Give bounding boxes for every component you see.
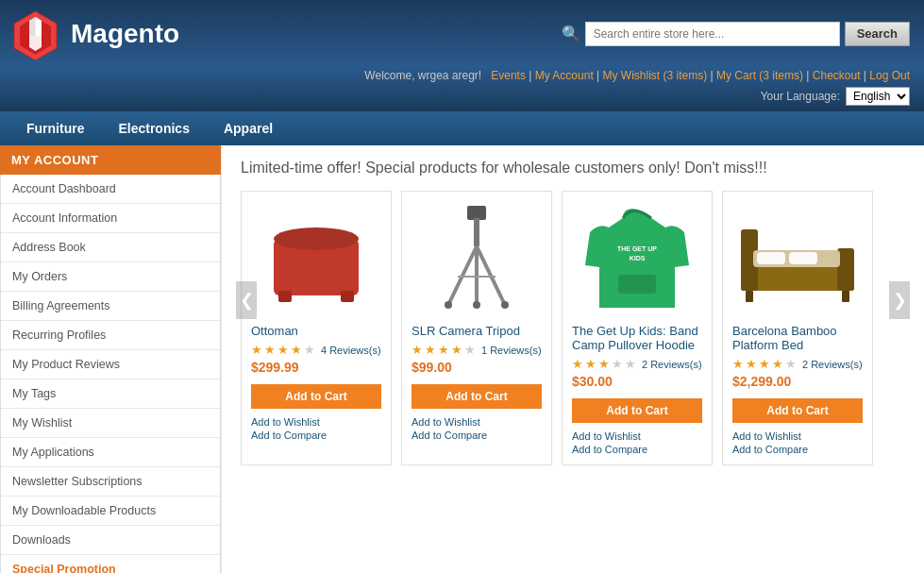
sidebar-item-special-promotion[interactable]: Special Promotion [1,555,220,573]
sidebar-item-account-information[interactable]: Account Information [1,204,220,232]
sidebar-menu: Account Dashboard Account Information Ad… [0,175,221,573]
svg-rect-18 [618,275,656,294]
product-price: $299.99 [251,360,381,375]
hoodie-svg: THE GET UP KIDS [580,199,694,317]
sidebar-item-recurring-profiles[interactable]: Recurring Profiles [1,321,220,349]
reviews-link[interactable]: 1 Reviews(s) [481,345,542,356]
search-input[interactable] [585,22,840,46]
reviews-link[interactable]: 4 Reviews(s) [321,345,381,356]
nav-item-electronics[interactable]: Electronics [101,111,206,145]
search-area: 🔍 Search [562,22,910,46]
sidebar-item-newsletter[interactable]: Newsletter Subscriptions [1,467,220,496]
svg-rect-9 [467,206,486,220]
list-item: Billing Agreements [1,292,220,321]
my-account-link[interactable]: My Account [535,69,594,82]
product-stars: ★ ★ ★ ★ ★ 2 Reviews(s) [572,357,702,371]
add-to-cart-button[interactable]: Add to Cart [572,398,702,423]
list-item: Address Book [1,233,220,262]
add-to-compare-link[interactable]: Add to Compare [572,444,702,455]
next-arrow[interactable]: ❯ [889,281,910,319]
list-item: My Orders [1,262,220,292]
nav-item-apparel[interactable]: Apparel [207,111,290,145]
product-image-tripod [415,201,538,314]
product-image-bed [736,201,859,314]
main-nav: Furniture Electronics Apparel [0,111,924,145]
logo-text: Magento [71,19,179,49]
sidebar-item-address-book[interactable]: Address Book [1,233,220,261]
sidebar-item-downloadable-products[interactable]: My Downloadable Products [1,497,220,525]
sidebar-item-my-orders[interactable]: My Orders [1,262,220,291]
list-item: My Tags [1,379,220,409]
svg-rect-27 [746,291,753,302]
add-to-cart-button[interactable]: Add to Cart [251,384,381,409]
svg-point-15 [473,301,480,309]
logout-link[interactable]: Log Out [869,69,910,82]
sidebar-item-my-tags[interactable]: My Tags [1,379,220,408]
product-stars: ★ ★ ★ ★ ★ 2 Reviews(s) [732,357,863,371]
sidebar-item-billing-agreements[interactable]: Billing Agreements [1,292,220,320]
add-to-wishlist-link[interactable]: Add to Wishlist [572,430,702,442]
checkout-link[interactable]: Checkout [813,69,861,82]
sidebar-item-account-dashboard[interactable]: Account Dashboard [1,175,220,203]
product-stars: ★ ★ ★ ★ ★ 4 Reviews(s) [251,343,381,357]
language-select[interactable]: English [846,87,910,106]
sidebar-item-my-wishlist[interactable]: My Wishlist [1,409,220,437]
product-name: Barcelona Bamboo Platform Bed [732,324,863,352]
promo-banner: Limited-time offer! Special products for… [241,160,905,177]
events-link[interactable]: Events [491,69,526,82]
products-wrapper: ❮ Ottoman ★ ★ [241,191,905,465]
sidebar-item-product-reviews[interactable]: My Product Reviews [1,350,220,379]
reviews-link[interactable]: 2 Reviews(s) [642,359,702,370]
list-item: My Downloadable Products [1,497,220,526]
product-image-hoodie: THE GET UP KIDS [576,201,698,314]
add-to-wishlist-link[interactable]: Add to Wishlist [251,416,381,428]
list-item: Newsletter Subscriptions [1,467,220,497]
list-item: Recurring Profiles [1,321,220,350]
bed-svg [736,211,859,305]
add-to-cart-button[interactable]: Add to Cart [412,384,542,409]
welcome-text: Welcome, wrgea aregr! [364,69,481,82]
search-icon: 🔍 [562,25,580,42]
product-card-ottoman: Ottoman ★ ★ ★ ★ ★ 4 Reviews(s) $299.99 A… [241,191,392,465]
header: Magento 🔍 Search Welcome, wrgea aregr! E… [0,0,924,111]
product-links: Add to Wishlist Add to Compare [412,416,542,441]
header-middle: Welcome, wrgea aregr! Events | My Accoun… [0,67,924,84]
language-label: Your Language: [761,90,840,103]
list-item: My Applications [1,438,220,467]
reviews-link[interactable]: 2 Reviews(s) [802,359,863,370]
product-stars: ★ ★ ★ ★ ★ 1 Reviews(s) [412,343,542,357]
product-card-bed: Barcelona Bamboo Platform Bed ★ ★ ★ ★ ★ … [722,191,873,465]
add-to-cart-button[interactable]: Add to Cart [732,398,863,423]
add-to-compare-link[interactable]: Add to Compare [412,430,542,441]
add-to-compare-link[interactable]: Add to Compare [251,430,381,441]
add-to-wishlist-link[interactable]: Add to Wishlist [412,416,542,428]
product-price: $30.00 [572,374,702,389]
product-links: Add to Wishlist Add to Compare [251,416,381,441]
add-to-wishlist-link[interactable]: Add to Wishlist [732,430,863,442]
list-item: My Wishlist [1,409,220,438]
list-item: My Product Reviews [1,350,220,379]
product-price: $2,299.00 [732,374,863,389]
main-content: MY ACCOUNT Account Dashboard Account Inf… [0,145,924,573]
list-item: Downloads [1,526,220,555]
product-name: The Get Up Kids: Band Camp Pullover Hood… [572,324,702,352]
tripod-svg [439,201,514,314]
wishlist-link[interactable]: My Wishlist (3 items) [603,69,708,82]
nav-item-furniture[interactable]: Furniture [9,111,101,145]
sidebar-item-applications[interactable]: My Applications [1,438,220,466]
logo-area: Magento [9,8,179,59]
ottoman-svg [260,201,373,314]
svg-point-14 [445,301,452,309]
svg-point-16 [501,301,509,309]
svg-rect-8 [341,291,354,302]
prev-arrow[interactable]: ❮ [236,281,257,319]
sidebar-heading: MY ACCOUNT [0,145,221,175]
add-to-compare-link[interactable]: Add to Compare [732,444,863,455]
cart-link[interactable]: My Cart (3 items) [716,69,803,82]
sidebar-item-downloads[interactable]: Downloads [1,526,220,554]
list-item: Account Information [1,204,220,233]
svg-rect-10 [474,218,479,246]
search-button[interactable]: Search [845,22,910,46]
list-item: Account Dashboard [1,175,220,204]
header-top: Magento 🔍 Search [0,0,924,67]
